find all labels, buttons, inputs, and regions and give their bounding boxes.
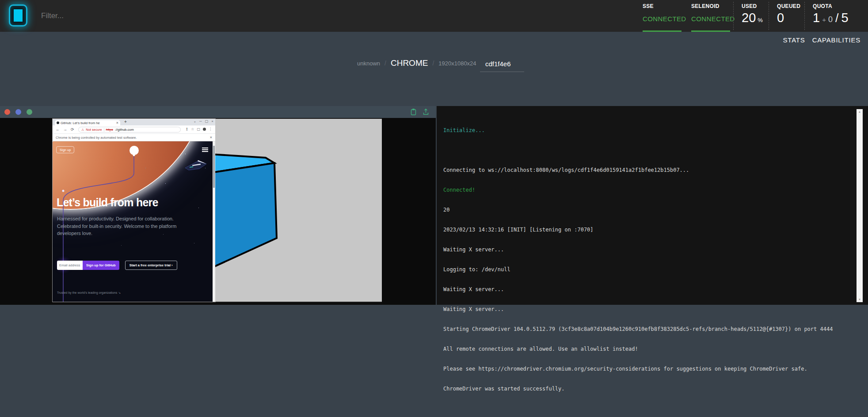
selenoid-connected-underline bbox=[691, 30, 730, 32]
new-tab-button[interactable]: + bbox=[124, 119, 127, 124]
vnc-window-header bbox=[0, 106, 436, 118]
browser-scrollbar-thumb[interactable] bbox=[213, 146, 215, 188]
tab-close-icon[interactable]: × bbox=[116, 121, 118, 125]
stat-quota-plus: + bbox=[822, 16, 826, 23]
github-signup-button[interactable]: Sign up for GitHub bbox=[83, 261, 119, 270]
browser-toolbar: ← → ⟳ ⚠ Not secure https ://github.com ↥… bbox=[53, 125, 215, 134]
github-logo-icon[interactable] bbox=[129, 146, 139, 155]
selenoid-logo[interactable] bbox=[9, 4, 27, 27]
share-icon[interactable]: ↥ bbox=[186, 127, 189, 131]
back-icon[interactable]: ← bbox=[56, 127, 60, 132]
stat-selenoid: SELENOID CONNECTED bbox=[691, 0, 733, 32]
minimize-icon[interactable]: ─ bbox=[199, 119, 202, 123]
reading-list-icon[interactable]: ▢ bbox=[197, 127, 200, 131]
url-scheme: https bbox=[106, 128, 113, 132]
tab-capabilities[interactable]: CAPABILITIES bbox=[812, 36, 860, 44]
log-panel: Initialize... Connecting to ws://localho… bbox=[437, 106, 868, 305]
browser-tabstrip: GitHub: Let’s build from he × + ⌄ ─ ▢ × bbox=[53, 119, 215, 125]
hamburger-menu-icon[interactable] bbox=[202, 148, 208, 153]
vnc-display[interactable]: GitHub: Let’s build from he × + ⌄ ─ ▢ × … bbox=[53, 118, 382, 303]
session-row[interactable]: unknown / CHROME / 1920x1080x24 bbox=[357, 58, 476, 68]
github-email-input[interactable]: Email address bbox=[57, 261, 83, 270]
maximize-button[interactable] bbox=[27, 109, 32, 115]
log-line: Initialize... bbox=[443, 127, 833, 134]
automation-infobar: Chrome is being controlled by automated … bbox=[53, 134, 215, 141]
clipboard-icon[interactable] bbox=[410, 108, 417, 115]
toolbar-actions: ↥ ☆ ▢ ⋮ bbox=[186, 127, 212, 131]
kebab-menu-icon[interactable]: ⋮ bbox=[209, 127, 212, 131]
browser-nav: ← → ⟳ bbox=[56, 127, 74, 132]
bookmark-star-icon[interactable]: ☆ bbox=[191, 127, 194, 131]
window-buttons bbox=[4, 109, 32, 115]
minimize-button[interactable] bbox=[15, 109, 21, 115]
log-line: Connecting to ws://localhost:8080/ws/log… bbox=[443, 167, 833, 174]
stat-sse-label: SSE bbox=[643, 3, 691, 9]
reload-icon[interactable]: ⟳ bbox=[71, 127, 74, 132]
url-divider bbox=[104, 128, 104, 132]
top-bar: SSE CONNECTED SELENOID CONNECTED USED 20… bbox=[0, 0, 868, 32]
log-line: Waiting X server... bbox=[443, 306, 833, 313]
github-subheading: Harnessed for productivity. Designed for… bbox=[57, 215, 198, 237]
session-id-underline bbox=[480, 72, 524, 72]
github-signup-nav-button[interactable]: Sign up bbox=[56, 146, 74, 153]
status-group: SSE CONNECTED SELENOID CONNECTED USED 20… bbox=[643, 0, 859, 32]
not-secure-label: Not secure bbox=[86, 128, 102, 132]
github-page: Sign up Let’s build from here Harnessed … bbox=[53, 141, 213, 302]
session-name: unknown bbox=[357, 60, 380, 67]
stat-separator bbox=[804, 2, 805, 30]
scroll-up-icon[interactable]: ▲ bbox=[857, 110, 863, 113]
filter-input[interactable] bbox=[41, 8, 227, 23]
close-icon[interactable]: × bbox=[211, 119, 213, 123]
vnc-actions bbox=[410, 108, 429, 115]
restore-icon[interactable]: ⌄ bbox=[193, 119, 196, 123]
stat-queued: QUEUED 0 bbox=[769, 0, 804, 32]
stat-selenoid-label: SELENOID bbox=[691, 3, 733, 9]
stat-quota-label: QUOTA bbox=[813, 3, 859, 9]
session-separator: / bbox=[432, 60, 434, 67]
scroll-down-icon[interactable]: ▼ bbox=[857, 298, 863, 301]
forward-icon[interactable]: → bbox=[63, 127, 67, 132]
log-line: Starting ChromeDriver 104.0.5112.79 (3cf… bbox=[443, 326, 833, 333]
log-line bbox=[443, 147, 833, 154]
browser-tab-title: GitHub: Let’s build from he bbox=[61, 121, 115, 125]
profile-avatar[interactable] bbox=[203, 128, 206, 131]
log-line: 20 bbox=[443, 207, 833, 213]
log-scrollbar[interactable]: ▲ ▼ bbox=[857, 109, 863, 302]
url-bar[interactable]: ⚠ Not secure https ://github.com bbox=[78, 127, 181, 133]
stat-separator bbox=[733, 2, 734, 30]
infobar-close-icon[interactable]: × bbox=[210, 135, 212, 140]
session-log: Initialize... Connecting to ws://localho… bbox=[443, 114, 833, 417]
close-button[interactable] bbox=[4, 109, 10, 115]
stat-queued-label: QUEUED bbox=[777, 3, 804, 9]
stat-separator bbox=[769, 2, 769, 30]
remote-browser-window: GitHub: Let’s build from he × + ⌄ ─ ▢ × … bbox=[53, 119, 215, 302]
stat-quota-pending: 0 bbox=[828, 15, 833, 24]
log-line: Please see https://chromedriver.chromium… bbox=[443, 366, 833, 372]
session-screen: 1920x1080x24 bbox=[438, 60, 476, 67]
browser-tab[interactable]: GitHub: Let’s build from he × bbox=[55, 120, 120, 125]
log-line: Logging to: /dev/null bbox=[443, 266, 833, 273]
stat-used-label: USED bbox=[742, 3, 769, 9]
session-separator: / bbox=[385, 60, 386, 67]
tab-stats[interactable]: STATS bbox=[783, 36, 805, 44]
browser-window-controls: ⌄ ─ ▢ × bbox=[193, 119, 213, 123]
stat-quota-value: 1 bbox=[813, 11, 820, 25]
github-trial-button[interactable]: Start a free enterprise trial › bbox=[125, 261, 177, 270]
blue-cube-illustration bbox=[215, 119, 382, 302]
stat-sse-value: CONNECTED bbox=[643, 15, 691, 23]
github-cta-row: Email address Sign up for GitHub Start a… bbox=[57, 261, 177, 270]
github-trusted-text: Trusted by the world’s leading organizat… bbox=[57, 291, 121, 295]
spaceship-illustration bbox=[184, 159, 207, 172]
github-favicon-icon bbox=[57, 121, 59, 124]
stat-used-value: 20 bbox=[742, 11, 756, 25]
session-id-link[interactable]: cdf1f4e6 bbox=[485, 60, 511, 68]
vnc-panel: GitHub: Let’s build from he × + ⌄ ─ ▢ × … bbox=[0, 106, 436, 305]
upload-icon[interactable] bbox=[423, 108, 429, 115]
stat-selenoid-value: CONNECTED bbox=[691, 15, 733, 23]
log-line bbox=[443, 406, 833, 412]
stat-queued-value: 0 bbox=[777, 11, 784, 25]
stat-used-suffix: % bbox=[758, 17, 763, 23]
stat-used: USED 20 % bbox=[733, 0, 769, 32]
maximize-icon[interactable]: ▢ bbox=[205, 119, 209, 123]
session-browser: CHROME bbox=[391, 58, 428, 68]
